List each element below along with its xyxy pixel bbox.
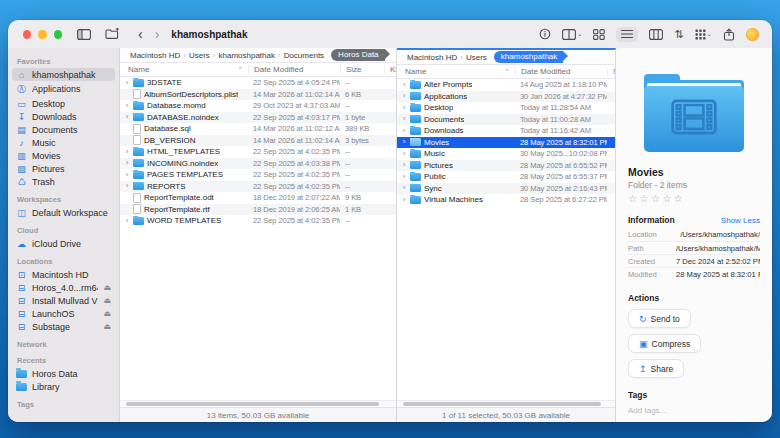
file-row-database-sql[interactable]: Database.sql14 Mar 2026 at 11:02:12 AM38…: [120, 123, 396, 135]
minimize-window-button[interactable]: [38, 30, 46, 39]
file-row-db-version[interactable]: DB_VERSION14 Mar 2026 at 11:02:14 AM3 by…: [120, 135, 396, 147]
horizontal-scrollbar[interactable]: [403, 402, 601, 406]
disclosure-chevron-icon[interactable]: ›: [401, 92, 407, 100]
file-row-pictures[interactable]: ›Pictures28 May 2025 at 6:55:52 PM: [397, 160, 615, 172]
sidebar-item-pictures[interactable]: ▨Pictures: [12, 162, 115, 175]
file-row-reporttemplate-rtf[interactable]: ReportTemplate.rtf18 Dec 2019 at 2:06:25…: [120, 204, 396, 216]
disclosure-chevron-icon[interactable]: ›: [124, 171, 130, 179]
disclosure-chevron-icon[interactable]: ›: [124, 182, 130, 190]
column-header-name[interactable]: Name⌃: [397, 67, 515, 76]
rating-stars[interactable]: ☆☆☆☆☆: [628, 193, 760, 204]
add-tags-input[interactable]: Add tags...: [628, 406, 760, 415]
back-button[interactable]: ‹: [132, 27, 149, 41]
split-view-icon[interactable]: ⌄: [562, 29, 582, 40]
disclosure-chevron-icon[interactable]: ›: [401, 127, 407, 135]
file-row-downloads[interactable]: ›DownloadsToday at 11:16:42 AM: [397, 125, 615, 137]
file-row-virtual-machines[interactable]: ›Virtual Machines28 Sep 2025 at 6:27:22 …: [397, 194, 615, 206]
file-row-albumsortdescriptors-plist[interactable]: AlbumSortDescriptors.plist14 Mar 2026 at…: [120, 89, 396, 101]
eject-icon[interactable]: ⏏: [103, 296, 111, 305]
sidebar-item-applications[interactable]: ⒶApplications: [12, 81, 115, 97]
forward-button[interactable]: ›: [149, 27, 166, 41]
sidebar-item-downloads[interactable]: ↧Downloads: [12, 110, 115, 123]
zoom-window-button[interactable]: [54, 30, 62, 39]
column-header-ki[interactable]: Ki: [384, 65, 396, 74]
column-header-date-modified[interactable]: Date Modified: [248, 65, 340, 74]
sidebar-item-default-workspace[interactable]: ◫Default Workspace: [12, 206, 115, 219]
column-header-name[interactable]: Name⌃: [120, 65, 248, 74]
column-header-size[interactable]: Size: [340, 65, 384, 74]
group-view-icon[interactable]: ⌄: [695, 29, 712, 40]
disclosure-chevron-icon[interactable]: ›: [124, 113, 130, 121]
breadcrumb-khamoshpathak[interactable]: khamoshpathak: [494, 51, 563, 63]
file-row-public[interactable]: ›Public28 May 2025 at 6:55:37 PM: [397, 171, 615, 183]
disclosure-chevron-icon[interactable]: ›: [124, 148, 130, 156]
sidebar-item-launchos[interactable]: ⊟LaunchOS⏏: [12, 307, 115, 320]
disclosure-chevron-icon[interactable]: ›: [401, 196, 407, 204]
breadcrumb-macintosh-hd[interactable]: Macintosh HD: [404, 53, 460, 62]
disclosure-chevron-icon[interactable]: ›: [401, 81, 407, 89]
disclosure-chevron-icon[interactable]: ›: [124, 217, 130, 225]
sidebar-item-khamoshpathak[interactable]: ⌂khamoshpathak: [12, 68, 115, 81]
disclosure-chevron-icon[interactable]: ›: [401, 150, 407, 158]
sidebar-item-horos-data[interactable]: Horos Data: [12, 367, 115, 380]
file-row-html-templates[interactable]: ›HTML_TEMPLATES22 Sep 2025 at 4:02:35 PM…: [120, 146, 396, 158]
disclosure-chevron-icon[interactable]: ›: [401, 138, 407, 146]
file-row-database-noindex[interactable]: ›DATABASE.noindex22 Sep 2025 at 4:03:17 …: [120, 112, 396, 124]
new-folder-icon[interactable]: [105, 28, 120, 40]
file-row-pages-templates[interactable]: ›PAGES TEMPLATES22 Sep 2025 at 4:02:35 P…: [120, 169, 396, 181]
breadcrumb-khamoshpathak[interactable]: khamoshpathak: [215, 51, 277, 60]
sidebar-item-substage[interactable]: ⊟Substage⏏: [12, 320, 115, 333]
horizontal-scrollbar[interactable]: [126, 402, 379, 406]
file-row-movies[interactable]: ›Movies28 May 2025 at 8:32:01 PM: [397, 137, 615, 149]
column-header-si[interactable]: Si: [607, 67, 616, 76]
eject-icon[interactable]: ⏏: [103, 309, 111, 318]
sort-icon[interactable]: ⇅: [674, 28, 683, 41]
sidebar-item-install-mullvad-vpn[interactable]: ⊟Install Mullvad VPN⏏: [12, 294, 115, 307]
file-row-alter-prompts[interactable]: ›Alter Prompts14 Aug 2025 at 1:18:10 PM: [397, 79, 615, 91]
list-view-icon[interactable]: [616, 27, 638, 42]
file-row-reporttemplate-odt[interactable]: ReportTemplate.odt18 Dec 2019 at 2:07:22…: [120, 192, 396, 204]
send-to-button[interactable]: ↻Send to: [628, 309, 691, 328]
sidebar-item-library[interactable]: Library: [12, 380, 115, 393]
sidebar-item-documents[interactable]: ▤Documents: [12, 123, 115, 136]
compress-button[interactable]: ▣Compress: [628, 334, 701, 353]
breadcrumb-macintosh-hd[interactable]: Macintosh HD: [127, 51, 183, 60]
sidebar-item-icloud-drive[interactable]: ☁iCloud Drive: [12, 237, 115, 250]
column-view-icon[interactable]: [649, 29, 663, 40]
breadcrumb-documents[interactable]: Documents: [281, 51, 327, 60]
sidebar-item-desktop[interactable]: ▭Desktop: [12, 97, 115, 110]
sidebar-item-trash[interactable]: ♺Trash: [12, 175, 115, 188]
disclosure-chevron-icon[interactable]: ›: [124, 159, 130, 167]
sidebar-item-music[interactable]: ♪Music: [12, 136, 115, 149]
sidebar-item-macintosh-hd[interactable]: ⊡Macintosh HD: [12, 268, 115, 281]
sidebar-item-horos-4-0-rm64-dmg[interactable]: ⊟Horos_4.0...rm64.dmg⏏: [12, 281, 115, 294]
breadcrumb-users[interactable]: Users: [463, 53, 490, 62]
breadcrumb-users[interactable]: Users: [186, 51, 213, 60]
file-row-reports[interactable]: ›REPORTS22 Sep 2025 at 4:02:35 PM--: [120, 181, 396, 193]
eject-icon[interactable]: ⏏: [103, 322, 111, 331]
sidebar-item-movies[interactable]: ▥Movies: [12, 149, 115, 162]
file-row-sync[interactable]: ›Sync30 May 2025 at 2:16:43 PM: [397, 183, 615, 195]
breadcrumb-horos-data[interactable]: Horos Data: [331, 49, 384, 61]
file-row-3dstate[interactable]: ›3DSTATE22 Sep 2025 at 4:05:24 PM--: [120, 77, 396, 89]
sidebar-toggle-icon[interactable]: [77, 29, 91, 40]
disclosure-chevron-icon[interactable]: ›: [401, 173, 407, 181]
file-row-word-templates[interactable]: ›WORD TEMPLATES22 Sep 2025 at 4:02:35 PM…: [120, 215, 396, 227]
show-less-link[interactable]: Show Less: [721, 216, 760, 225]
share-icon[interactable]: [723, 28, 735, 41]
disclosure-chevron-icon[interactable]: ›: [124, 102, 130, 110]
info-icon[interactable]: [539, 28, 551, 40]
file-row-applications[interactable]: ›Applications30 Jan 2026 at 4:27:32 PM: [397, 91, 615, 103]
disclosure-chevron-icon[interactable]: ›: [401, 184, 407, 192]
eject-icon[interactable]: ⏏: [103, 283, 111, 292]
file-row-desktop[interactable]: ›DesktopToday at 11:28:54 AM: [397, 102, 615, 114]
account-icon[interactable]: [746, 28, 759, 41]
disclosure-chevron-icon[interactable]: ›: [124, 79, 130, 87]
file-row-music[interactable]: ›Music30 May 2025...10:02:08 PM: [397, 148, 615, 160]
close-window-button[interactable]: [23, 30, 31, 39]
file-row-database-momd[interactable]: ›Database.momd29 Oct 2023 at 4:37:03 AM-…: [120, 100, 396, 112]
column-header-date-modified[interactable]: Date Modified: [515, 67, 607, 76]
disclosure-chevron-icon[interactable]: ›: [401, 115, 407, 123]
disclosure-chevron-icon[interactable]: ›: [401, 161, 407, 169]
file-row-documents[interactable]: ›DocumentsToday at 11:00:28 AM: [397, 114, 615, 126]
